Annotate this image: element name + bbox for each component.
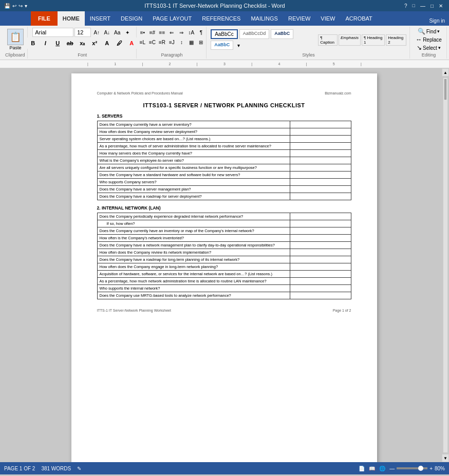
- answer-cell[interactable]: [290, 136, 351, 143]
- view-web-btn[interactable]: 🌐: [379, 466, 385, 471]
- tab-mailings[interactable]: MAILINGS: [246, 11, 283, 26]
- footer-right: Page 1 of 2: [333, 309, 351, 312]
- sign-in-link[interactable]: Sign in: [425, 16, 449, 26]
- shading-btn[interactable]: ▦: [186, 37, 196, 47]
- maximize-btn[interactable]: □: [428, 3, 436, 9]
- tab-design[interactable]: DESIGN: [116, 11, 147, 26]
- scroll-up-btn[interactable]: ▲: [442, 68, 449, 77]
- question-cell: What is the Company's employee-to-server…: [97, 157, 290, 164]
- answer-cell[interactable]: [290, 186, 351, 193]
- style-heading1[interactable]: AaBbC: [271, 29, 293, 39]
- question-cell: As a percentage, how much of server admi…: [97, 143, 290, 150]
- zoom-slider[interactable]: [397, 467, 427, 469]
- font-color-btn[interactable]: A: [126, 37, 137, 49]
- word-page[interactable]: Computer & Network Policies and Procedur…: [71, 73, 377, 462]
- change-case-btn[interactable]: Aa: [113, 28, 122, 37]
- zoom-control[interactable]: — + 80%: [389, 466, 445, 471]
- decrease-indent-btn[interactable]: ⇐: [167, 28, 176, 37]
- answer-cell[interactable]: [290, 220, 351, 227]
- zoom-in-btn[interactable]: +: [429, 466, 433, 471]
- question-cell: How often does the Company review server…: [97, 128, 290, 136]
- help-btn[interactable]: ?: [402, 3, 409, 9]
- table-row: Does the Company use MRTG-based tools to…: [97, 292, 351, 299]
- tab-review[interactable]: REVIEW: [283, 11, 315, 26]
- close-btn[interactable]: ✕: [437, 3, 445, 9]
- answer-cell[interactable]: [290, 143, 351, 150]
- ribbon-toggle[interactable]: □: [410, 3, 417, 9]
- answer-cell[interactable]: [290, 193, 351, 200]
- text-highlight-btn[interactable]: 🖊: [114, 37, 125, 49]
- bold-btn[interactable]: B: [27, 37, 39, 49]
- answer-cell[interactable]: [290, 213, 351, 220]
- numbering-btn[interactable]: ≡#: [147, 28, 157, 37]
- bullets-btn[interactable]: ≡•: [138, 28, 147, 37]
- grow-font-btn[interactable]: A↑: [92, 28, 101, 37]
- styles-more-btn[interactable]: ▾: [235, 41, 242, 50]
- question-cell: Acquisition of hardware, software, or se…: [97, 271, 290, 278]
- answer-cell[interactable]: [290, 157, 351, 164]
- scrollbar-thumb[interactable]: [444, 79, 446, 100]
- borders-btn[interactable]: ⊞: [196, 37, 205, 47]
- strikethrough-btn[interactable]: ab: [64, 37, 76, 49]
- answer-cell[interactable]: [290, 285, 351, 292]
- text-effects-btn[interactable]: A: [101, 37, 113, 49]
- subscript-btn[interactable]: x₂: [77, 37, 88, 49]
- select-btn[interactable]: ↘ Select ▾: [417, 44, 441, 51]
- font-size-input[interactable]: [74, 28, 91, 37]
- answer-cell[interactable]: [290, 271, 351, 278]
- underline-btn[interactable]: U: [52, 37, 63, 49]
- show-formatting-btn[interactable]: ¶: [196, 28, 205, 37]
- answer-cell[interactable]: [290, 128, 351, 136]
- style-heading2[interactable]: AaBbC: [211, 41, 233, 50]
- answer-cell[interactable]: [290, 235, 351, 242]
- find-btn[interactable]: 🔍 Find ▾: [418, 28, 440, 35]
- justify-btn[interactable]: ≡J: [167, 37, 176, 47]
- tab-view[interactable]: VIEW: [315, 11, 340, 26]
- minimize-btn[interactable]: —: [418, 3, 427, 9]
- shrink-font-btn[interactable]: A↓: [102, 28, 111, 37]
- style-normal[interactable]: AaBbCc: [211, 29, 238, 39]
- quick-access-save[interactable]: 💾: [4, 3, 10, 9]
- font-name-input[interactable]: [32, 28, 73, 37]
- tab-references[interactable]: REFERENCES: [197, 11, 246, 26]
- answer-cell[interactable]: [290, 172, 351, 179]
- answer-cell[interactable]: [290, 278, 351, 285]
- zoom-out-btn[interactable]: —: [389, 466, 395, 471]
- answer-cell[interactable]: [290, 249, 351, 256]
- style-no-spacing[interactable]: AaBbCcDd: [239, 29, 270, 39]
- view-print-btn[interactable]: 📄: [359, 466, 365, 471]
- answer-cell[interactable]: [290, 263, 351, 271]
- answer-cell[interactable]: [290, 164, 351, 172]
- footer-left: ITTS-1 IT Server-Network Planning Worksh…: [97, 309, 171, 312]
- quick-access-undo[interactable]: ↩: [12, 3, 16, 9]
- answer-cell[interactable]: [290, 227, 351, 235]
- answer-cell[interactable]: [290, 121, 351, 128]
- clear-format-btn[interactable]: ✦: [123, 28, 132, 37]
- answer-cell[interactable]: [290, 150, 351, 157]
- tab-acrobat[interactable]: ACROBAT: [340, 11, 377, 26]
- align-right-btn[interactable]: ≡R: [157, 37, 166, 47]
- sort-btn[interactable]: ↕A: [186, 28, 196, 37]
- superscript-btn[interactable]: x²: [89, 37, 100, 49]
- answer-cell[interactable]: [290, 256, 351, 263]
- tab-file[interactable]: FILE: [31, 11, 58, 26]
- increase-indent-btn[interactable]: ⇒: [177, 28, 186, 37]
- replace-btn[interactable]: ↔ Replace: [416, 36, 442, 43]
- answer-cell[interactable]: [290, 242, 351, 249]
- italic-btn[interactable]: I: [40, 37, 51, 49]
- quick-access-redo[interactable]: ↪: [18, 3, 23, 9]
- scrollbar-track[interactable]: [443, 78, 448, 453]
- tab-home[interactable]: HOME: [58, 11, 85, 26]
- tab-insert[interactable]: INSERT: [85, 11, 116, 26]
- right-scrollbar[interactable]: ▲ ▼: [442, 68, 449, 462]
- answer-cell[interactable]: [290, 179, 351, 186]
- scroll-down-btn[interactable]: ▼: [442, 454, 449, 462]
- answer-cell[interactable]: [290, 292, 351, 299]
- align-center-btn[interactable]: ≡C: [147, 37, 157, 47]
- tab-page-layout[interactable]: PAGE LAYOUT: [147, 11, 197, 26]
- align-left-btn[interactable]: ≡L: [138, 37, 147, 47]
- paste-button[interactable]: 📋 Paste: [5, 28, 26, 51]
- line-spacing-btn[interactable]: ↕: [177, 37, 186, 47]
- multilevel-btn[interactable]: ≡≡: [157, 28, 166, 37]
- view-read-btn[interactable]: 📖: [369, 466, 375, 471]
